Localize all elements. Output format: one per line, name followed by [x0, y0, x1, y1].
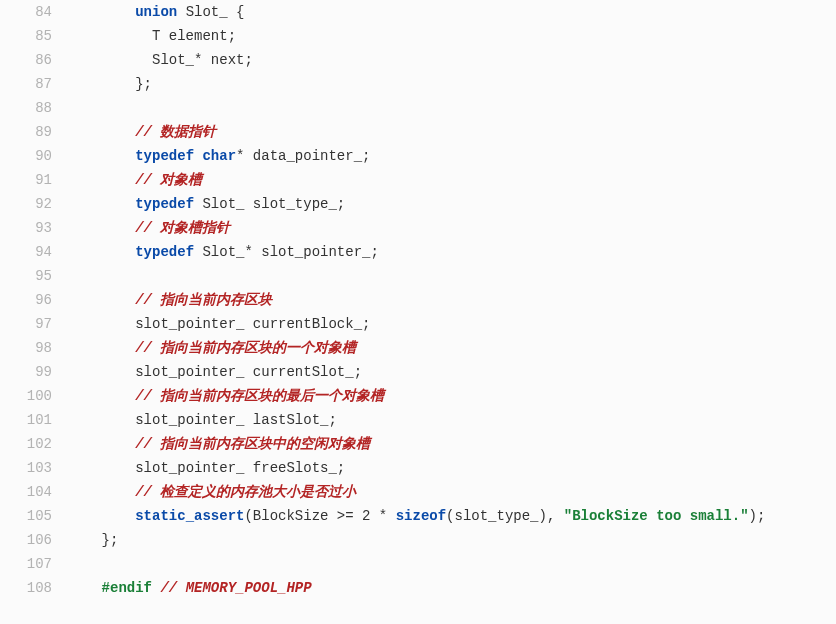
code-line: 98 // 指向当前内存区块的一个对象槽 — [0, 336, 836, 360]
token-kw: typedef — [135, 196, 194, 212]
line-number: 101 — [0, 408, 66, 432]
code-content: // 对象槽 — [66, 168, 836, 192]
code-content — [66, 552, 836, 576]
token-plain: }; — [135, 76, 152, 92]
line-number: 95 — [0, 264, 66, 288]
code-content: slot_pointer_ freeSlots_; — [66, 456, 836, 480]
code-content: union Slot_ { — [66, 0, 836, 24]
token-type: char — [202, 148, 236, 164]
line-number: 103 — [0, 456, 66, 480]
token-cm: // 对象槽指针 — [135, 220, 230, 236]
line-number: 104 — [0, 480, 66, 504]
code-content — [66, 264, 836, 288]
code-line: 106 }; — [0, 528, 836, 552]
code-line: 84 union Slot_ { — [0, 0, 836, 24]
code-line: 102 // 指向当前内存区块中的空闲对象槽 — [0, 432, 836, 456]
code-content: }; — [66, 72, 836, 96]
code-content: static_assert(BlockSize >= 2 * sizeof(sl… — [66, 504, 836, 528]
token-cm: // 指向当前内存区块 — [135, 292, 272, 308]
code-line: 97 slot_pointer_ currentBlock_; — [0, 312, 836, 336]
line-number: 96 — [0, 288, 66, 312]
code-line: 91 // 对象槽 — [0, 168, 836, 192]
token-plain: }; — [102, 532, 119, 548]
code-line: 101 slot_pointer_ lastSlot_; — [0, 408, 836, 432]
line-number: 91 — [0, 168, 66, 192]
token-plain: Slot_ slot_type_; — [194, 196, 345, 212]
code-content: // 对象槽指针 — [66, 216, 836, 240]
code-content: slot_pointer_ lastSlot_; — [66, 408, 836, 432]
code-content: slot_pointer_ currentSlot_; — [66, 360, 836, 384]
token-plain: slot_pointer_ lastSlot_; — [135, 412, 337, 428]
line-number: 100 — [0, 384, 66, 408]
token-pp: #endif — [102, 580, 152, 596]
token-cm: // 数据指针 — [135, 124, 216, 140]
code-line: 87 }; — [0, 72, 836, 96]
code-content: typedef Slot_ slot_type_; — [66, 192, 836, 216]
line-number: 106 — [0, 528, 66, 552]
code-content: // 检查定义的内存池大小是否过小 — [66, 480, 836, 504]
code-line: 88 — [0, 96, 836, 120]
code-line: 95 — [0, 264, 836, 288]
token-plain: Slot_* slot_pointer_; — [194, 244, 379, 260]
code-content: typedef Slot_* slot_pointer_; — [66, 240, 836, 264]
code-block: 84 union Slot_ {85 T element;86 Slot_* n… — [0, 0, 836, 600]
token-cm: // 对象槽 — [135, 172, 202, 188]
code-content: // 指向当前内存区块的一个对象槽 — [66, 336, 836, 360]
token-kw: typedef — [135, 244, 194, 260]
token-kw: typedef — [135, 148, 194, 164]
code-content: // 数据指针 — [66, 120, 836, 144]
token-plain: Slot_ { — [177, 4, 244, 20]
line-number: 107 — [0, 552, 66, 576]
token-plain: (slot_type_), — [446, 508, 564, 524]
token-cm: // 指向当前内存区块的一个对象槽 — [135, 340, 356, 356]
line-number: 102 — [0, 432, 66, 456]
line-number: 108 — [0, 576, 66, 600]
token-cm: // 检查定义的内存池大小是否过小 — [135, 484, 356, 500]
token-plain: ); — [749, 508, 766, 524]
code-content: // 指向当前内存区块的最后一个对象槽 — [66, 384, 836, 408]
token-cm: // 指向当前内存区块的最后一个对象槽 — [135, 388, 384, 404]
token-plain: (BlockSize >= — [244, 508, 362, 524]
line-number: 97 — [0, 312, 66, 336]
token-plain: slot_pointer_ currentSlot_; — [135, 364, 362, 380]
line-number: 89 — [0, 120, 66, 144]
token-plain: * — [370, 508, 395, 524]
code-line: 89 // 数据指针 — [0, 120, 836, 144]
code-content: slot_pointer_ currentBlock_; — [66, 312, 836, 336]
code-line: 100 // 指向当前内存区块的最后一个对象槽 — [0, 384, 836, 408]
token-kw: static_assert — [135, 508, 244, 524]
line-number: 86 — [0, 48, 66, 72]
code-line: 90 typedef char* data_pointer_; — [0, 144, 836, 168]
code-line: 99 slot_pointer_ currentSlot_; — [0, 360, 836, 384]
code-line: 85 T element; — [0, 24, 836, 48]
code-content — [66, 96, 836, 120]
token-plain: slot_pointer_ currentBlock_; — [135, 316, 370, 332]
line-number: 88 — [0, 96, 66, 120]
line-number: 105 — [0, 504, 66, 528]
code-content: #endif // MEMORY_POOL_HPP — [66, 576, 836, 600]
token-kw: sizeof — [396, 508, 446, 524]
line-number: 85 — [0, 24, 66, 48]
code-content: Slot_* next; — [66, 48, 836, 72]
code-line: 92 typedef Slot_ slot_type_; — [0, 192, 836, 216]
line-number: 98 — [0, 336, 66, 360]
line-number: 84 — [0, 0, 66, 24]
code-line: 94 typedef Slot_* slot_pointer_; — [0, 240, 836, 264]
code-content: // 指向当前内存区块中的空闲对象槽 — [66, 432, 836, 456]
code-line: 103 slot_pointer_ freeSlots_; — [0, 456, 836, 480]
token-plain: slot_pointer_ freeSlots_; — [135, 460, 345, 476]
code-line: 96 // 指向当前内存区块 — [0, 288, 836, 312]
code-line: 104 // 检查定义的内存池大小是否过小 — [0, 480, 836, 504]
token-str: "BlockSize too small." — [564, 508, 749, 524]
code-content: }; — [66, 528, 836, 552]
line-number: 92 — [0, 192, 66, 216]
token-plain: Slot_* next; — [152, 52, 253, 68]
code-content: T element; — [66, 24, 836, 48]
token-plain: * data_pointer_; — [236, 148, 370, 164]
code-line: 93 // 对象槽指针 — [0, 216, 836, 240]
code-line: 108 #endif // MEMORY_POOL_HPP — [0, 576, 836, 600]
token-cm: // 指向当前内存区块中的空闲对象槽 — [135, 436, 370, 452]
token-cm: // MEMORY_POOL_HPP — [160, 580, 311, 596]
code-content: typedef char* data_pointer_; — [66, 144, 836, 168]
line-number: 99 — [0, 360, 66, 384]
